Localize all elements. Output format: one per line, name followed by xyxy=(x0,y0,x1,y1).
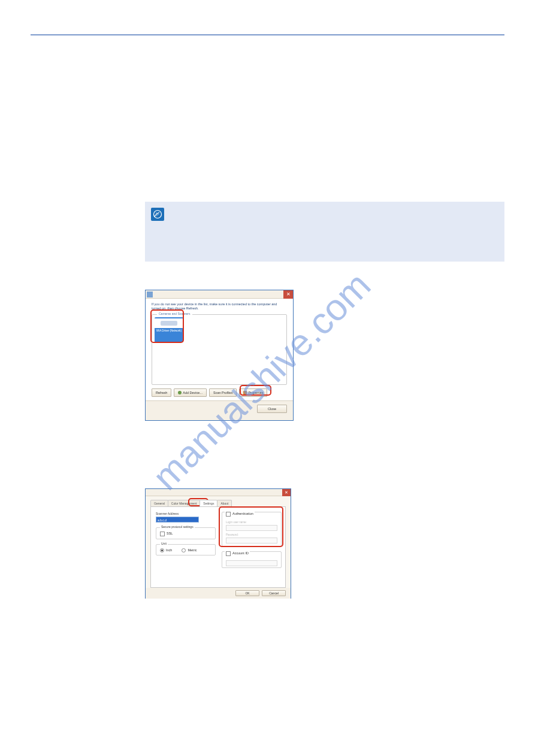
device-list: Cameras and Scanners WIA Driver (Network… xyxy=(152,314,287,385)
cancel-button[interactable]: Cancel xyxy=(262,590,286,596)
note-callout xyxy=(145,202,504,262)
refresh-button[interactable]: Refresh xyxy=(152,388,171,397)
account-id-group: Account ID xyxy=(222,551,282,568)
dialog-footer: Close xyxy=(146,400,293,416)
checkbox-icon xyxy=(226,551,231,556)
close-button[interactable]: Close xyxy=(257,405,287,413)
screenshot-devices-dialog: ✕ If you do not see your device in the l… xyxy=(145,290,294,421)
scanner-address-input[interactable]: a.b.c.d xyxy=(156,517,199,523)
dialog-titlebar: ✕ xyxy=(146,489,291,496)
account-id-checkbox[interactable]: Account ID xyxy=(225,551,250,556)
close-icon[interactable]: ✕ xyxy=(282,489,291,496)
ssl-option[interactable]: SSL xyxy=(160,532,211,536)
unit-inch-option[interactable]: Inch xyxy=(160,548,172,552)
tab-settings[interactable]: Settings xyxy=(200,500,217,506)
dialog-titlebar: ✕ xyxy=(146,290,293,299)
dialog-footer: OK Cancel xyxy=(146,588,291,599)
tab-strip: General Color Management Settings About xyxy=(146,496,291,506)
unit-metric-option[interactable]: Metric xyxy=(182,548,197,552)
page-divider xyxy=(31,34,504,36)
scanner-address-label: Scanner Address: xyxy=(156,512,216,515)
unit-group: Unit Inch Metric xyxy=(156,544,216,555)
highlight-authentication xyxy=(219,506,283,547)
add-device-button[interactable]: Add Device... xyxy=(174,388,207,397)
close-icon[interactable]: ✕ xyxy=(283,290,293,299)
ok-button[interactable]: OK xyxy=(235,590,259,596)
radio-icon xyxy=(160,548,164,552)
secure-protocol-label: Secure protocol settings xyxy=(160,525,195,529)
account-id-input[interactable] xyxy=(226,560,277,566)
checkbox-icon xyxy=(160,532,165,536)
unit-label: Unit xyxy=(160,542,168,545)
radio-icon xyxy=(182,548,186,552)
secure-protocol-group: Secure protocol settings SSL xyxy=(156,527,216,539)
scan-profiles-button[interactable]: Scan Profiles xyxy=(209,388,237,397)
title-icon xyxy=(147,292,153,297)
note-icon xyxy=(151,208,164,221)
screenshot-properties-dialog: ✕ General Color Management Settings Abou… xyxy=(145,488,291,599)
highlight-properties xyxy=(240,385,271,396)
highlight-device xyxy=(150,309,184,343)
tab-about[interactable]: About xyxy=(217,500,232,506)
tab-general[interactable]: General xyxy=(150,500,168,506)
plus-icon xyxy=(178,391,182,394)
